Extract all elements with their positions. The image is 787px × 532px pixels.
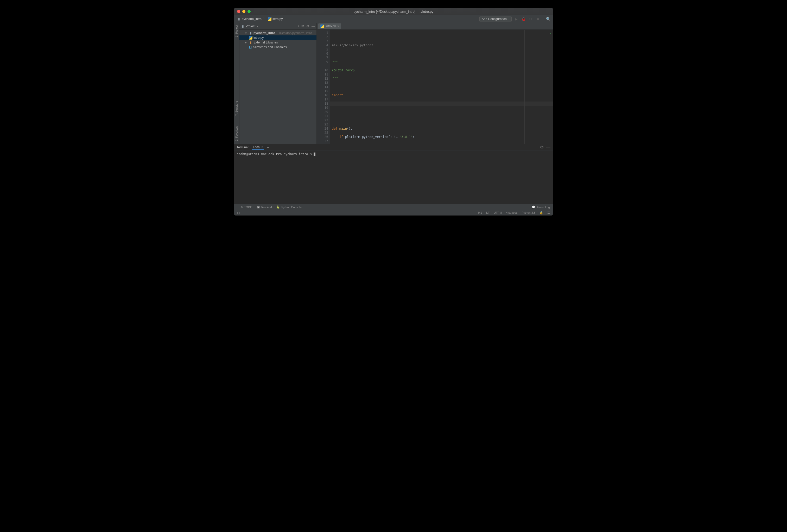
project-tree: ▮ pycharm_intro ~/Desktop/pycharm_intro … [239,30,317,50]
zoom-icon[interactable] [248,10,251,13]
terminal-cursor [314,152,315,156]
tree-root-name: pycharm_intro [254,31,275,35]
add-configuration-button[interactable]: Add Configuration... [480,16,512,22]
library-icon: ▮ [249,41,252,44]
python-file-icon [268,17,272,21]
status-interpreter[interactable]: Python 3.8 [522,211,535,214]
terminal-tab-local[interactable]: Local × [252,145,264,150]
close-tab-icon[interactable]: × [337,24,339,28]
close-terminal-tab-icon[interactable]: × [261,145,263,149]
code-area[interactable]: ✓ #!/usr/bin/env python3 """ CS106A Intr… [330,30,553,144]
folder-icon: ▮ [241,24,244,28]
tree-root-path: ~/Desktop/pycharm_intro [277,31,312,35]
project-view-selector[interactable]: ▮ Project ▾ [241,24,258,28]
divider [543,17,543,21]
project-pane-header: ▮ Project ▾ ⌖ ⇄ ⚙ — [239,23,317,30]
bottom-toolwindow-bar: ☰ 6: TODO ▣ Terminal 🐍 Python Console 💬 … [234,204,553,210]
tool-project[interactable]: 1: Project [235,25,238,37]
tab-intro-py[interactable]: intro.py × [318,23,341,29]
lock-icon[interactable]: 🔒 [539,211,543,214]
breadcrumb-file[interactable]: intro.py [267,17,284,21]
tree-file-label: intro.py [254,36,264,40]
tab-todo[interactable]: ☰ 6: TODO [237,205,252,209]
gear-icon[interactable]: ⚙ [306,24,310,28]
folder-icon: ▮ [237,17,241,21]
window-title: pycharm_intro [~/Desktop/pycharm_intro] … [234,9,553,14]
run-icon[interactable]: ▶ [513,16,519,22]
tree-scratches-label: Scratches and Consoles [253,45,287,49]
scratch-icon: ◧ [248,45,252,49]
pycharm-window: pycharm_intro [~/Desktop/pycharm_intro] … [234,8,553,215]
tool-favorites[interactable]: 2: Favorites [235,126,238,141]
tree-ext-libs-label: External Libraries [254,41,278,44]
python-file-icon [249,36,252,40]
terminal-header: Terminal: Local × + ⚙ — [234,144,553,151]
tab-terminal[interactable]: ▣ Terminal [257,205,272,209]
tab-event-log[interactable]: 💬 Event Log [532,205,553,209]
window-controls [237,10,251,13]
project-pane: ▮ Project ▾ ⌖ ⇄ ⚙ — ▮ pycharm_intro ~/De… [239,23,317,144]
hide-terminal-icon[interactable]: — [546,145,550,150]
breadcrumb-separator: 〉 [263,17,266,21]
tab-label: intro.py [325,24,336,28]
inspection-ok-icon[interactable]: ✓ [550,31,551,36]
expand-all-icon[interactable]: ⇄ [301,24,304,28]
python-file-icon [320,24,324,28]
add-terminal-icon[interactable]: + [267,145,269,149]
tree-file-intro[interactable]: intro.py [239,36,317,40]
locate-icon[interactable]: ⌖ [297,24,299,28]
status-caret-pos[interactable]: 9:1 [478,211,482,214]
status-bar: ▢ 9:1 LF UTF-8 4 spaces Python 3.8 🔒 ☰ [234,210,553,215]
status-line-ending[interactable]: LF [486,211,490,214]
tab-python-console[interactable]: 🐍 Python Console [276,205,302,209]
editor-panel: intro.py × 12345679101112131415161718192… [317,23,553,144]
navigation-bar: ▮ pycharm_intro 〉 intro.py Add Configura… [234,15,553,23]
notification-icon[interactable]: ☰ [547,211,550,214]
gear-icon[interactable]: ⚙ [540,145,544,150]
hide-icon[interactable]: — [312,24,315,28]
editor-tabbar: intro.py × [317,23,553,30]
main-area: 1: Project 7: Structure 2: Favorites ▮ P… [234,23,553,144]
tree-scratches[interactable]: ◧ Scratches and Consoles [239,45,317,49]
titlebar: pycharm_intro [~/Desktop/pycharm_intro] … [234,8,553,15]
code-line: import [332,93,343,97]
stop-icon[interactable]: ■ [535,16,541,22]
code-line: """ [332,60,338,64]
left-tool-strip: 1: Project 7: Structure 2: Favorites [234,23,239,144]
terminal-tab-label: Local [253,145,260,149]
chevron-down-icon: ▾ [257,24,258,28]
terminal-label: Terminal: [237,146,249,149]
breadcrumb-file-label: intro.py [273,17,283,21]
code-line: CS106A Intro [332,68,355,72]
debug-icon[interactable]: 🐞 [520,16,526,22]
tree-external-libraries[interactable]: ▮ External Libraries [239,40,317,45]
status-encoding[interactable]: UTF-8 [494,211,502,214]
terminal-prompt: brahm@Brahms-MacBook-Pro pycharm_intro % [237,152,314,156]
folder-icon: ▮ [249,31,252,35]
project-pane-title: Project [246,24,255,28]
search-icon[interactable]: 🔍 [545,16,551,22]
terminal-pane: Terminal: Local × + ⚙ — brahm@Brahms-Mac… [234,144,553,204]
minimize-icon[interactable] [242,10,246,13]
breadcrumb-project[interactable]: ▮ pycharm_intro [236,17,262,21]
tree-root[interactable]: ▮ pycharm_intro ~/Desktop/pycharm_intro [239,31,317,36]
gutter: 1234567910111213141516171819202122232425… [317,30,330,144]
terminal-body[interactable]: brahm@Brahms-MacBook-Pro pycharm_intro % [234,151,553,204]
code-line: """ [332,77,338,80]
code-editor[interactable]: 1234567910111213141516171819202122232425… [317,30,553,144]
code-line: #!/usr/bin/env python3 [332,43,373,47]
close-icon[interactable] [237,10,240,13]
breadcrumb-project-label: pycharm_intro [242,17,261,21]
run-with-coverage-icon[interactable]: ↺ [528,16,533,22]
tool-structure[interactable]: 7: Structure [235,101,238,116]
status-bar-toggle-icon[interactable]: ▢ [237,211,240,214]
status-indent[interactable]: 4 spaces [506,211,517,214]
